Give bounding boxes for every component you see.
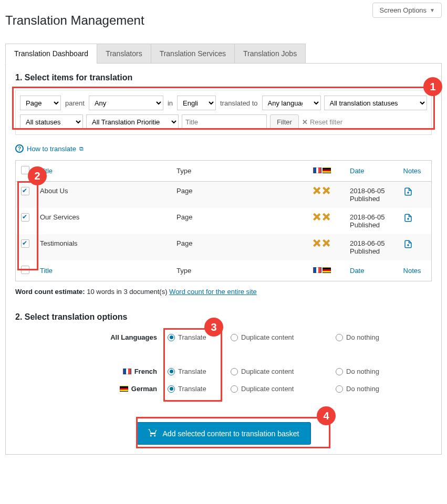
reset-filter-link[interactable]: ✕ Reset filter — [302, 118, 342, 126]
fr-nothing-radio[interactable] — [336, 368, 343, 375]
all-duplicate-radio[interactable] — [231, 334, 238, 341]
filter-box: Page parent Any in English translated to… — [15, 90, 432, 135]
filter-post-status-select[interactable]: All statuses — [20, 114, 83, 129]
note-icon[interactable] — [403, 213, 413, 223]
external-link-icon: ⧉ — [79, 145, 84, 152]
screen-options-button[interactable]: Screen Options ▼ — [372, 3, 442, 18]
tab-dashboard[interactable]: Translation Dashboard — [5, 44, 97, 64]
fr-duplicate-radio[interactable] — [231, 368, 238, 375]
cart-icon — [148, 428, 158, 439]
col-type-foot: Type — [171, 260, 308, 281]
row-title: Testimonials — [35, 234, 171, 260]
all-nothing-radio[interactable] — [336, 334, 343, 341]
caret-down-icon: ▼ — [430, 7, 435, 13]
row-date: 2018-06-05Published — [345, 234, 398, 260]
opt-label: Duplicate content — [241, 385, 294, 393]
items-table: Title Type Date Notes About UsPage2018-0… — [15, 160, 432, 281]
flag-fr-icon — [123, 369, 131, 374]
de-translate-radio[interactable] — [168, 385, 175, 393]
tab-jobs[interactable]: Translation Jobs — [234, 44, 306, 64]
help-icon: ? — [15, 144, 24, 153]
callout-1: 1 — [423, 77, 442, 96]
close-icon: ✕ — [302, 118, 308, 126]
flag-fr-icon — [313, 267, 321, 273]
opt-label: Do nothing — [346, 385, 379, 393]
flag-de-icon — [323, 167, 331, 173]
col-title-foot[interactable]: Title — [40, 267, 53, 275]
how-to-label: How to translate — [27, 145, 76, 153]
status-missing-icon — [323, 187, 330, 194]
translation-options: All Languages Translate Duplicate conten… — [15, 333, 432, 393]
flag-footer — [313, 267, 331, 273]
filter-title-input[interactable] — [182, 114, 267, 129]
opt-label: Translate — [178, 333, 206, 341]
de-nothing-radio[interactable] — [336, 385, 343, 393]
word-count-line: Word count estimate: 10 words in 3 docum… — [15, 288, 432, 296]
row-type: Page — [171, 182, 308, 208]
section-1-title: 1. Select items for translation — [15, 73, 432, 82]
row-checkbox[interactable] — [21, 187, 29, 195]
flag-de-icon — [120, 386, 128, 392]
french-label: French — [134, 368, 157, 375]
filter-to-lang-select[interactable]: Any language — [262, 96, 321, 110]
col-date-foot[interactable]: Date — [350, 267, 364, 275]
row-checkbox[interactable] — [21, 239, 29, 248]
opt-label: Translate — [178, 385, 206, 393]
filter-parent-select[interactable]: Any — [89, 96, 163, 110]
word-count-site-link[interactable]: Word count for the entire site — [169, 288, 257, 296]
row-date: 2018-06-05Published — [345, 182, 398, 208]
opt-label: Translate — [178, 368, 206, 375]
reset-filter-label: Reset filter — [310, 118, 342, 126]
status-missing-icon — [323, 239, 330, 247]
all-translate-radio[interactable] — [168, 334, 175, 341]
status-missing-icon — [313, 213, 320, 220]
callout-4: 4 — [317, 406, 336, 425]
opt-label: Duplicate content — [241, 333, 294, 341]
tab-services[interactable]: Translation Services — [151, 44, 235, 64]
table-row: About UsPage2018-06-05Published — [16, 182, 432, 208]
parent-label: parent — [64, 99, 86, 107]
row-title: Our Services — [35, 208, 171, 234]
german-label: German — [131, 385, 157, 393]
callout-2: 2 — [28, 166, 47, 185]
row-checkbox[interactable] — [21, 213, 29, 222]
note-icon[interactable] — [403, 239, 413, 249]
col-type: Type — [171, 161, 308, 182]
translated-to-label: translated to — [219, 99, 259, 107]
add-button-label: Add selected content to translation bask… — [163, 429, 299, 438]
how-to-translate-link[interactable]: ? How to translate ⧉ — [15, 144, 432, 153]
col-notes-foot: Notes — [398, 260, 432, 281]
all-languages-label: All Languages — [15, 333, 168, 341]
opt-label: Duplicate content — [241, 368, 294, 375]
word-count-text: 10 words in 3 document(s) — [87, 288, 167, 296]
add-to-basket-button[interactable]: Add selected content to translation bask… — [136, 422, 311, 445]
word-count-label: Word count estimate: — [15, 288, 85, 296]
dashboard-panel: 1. Select items for translation 1 Page p… — [5, 64, 442, 455]
select-all-bottom-checkbox[interactable] — [21, 266, 29, 274]
filter-from-lang-select[interactable]: English — [177, 96, 216, 110]
filter-translation-status-select[interactable]: All translation statuses — [324, 96, 427, 110]
opt-label: Do nothing — [346, 333, 379, 341]
status-missing-icon — [323, 213, 330, 220]
table-row: TestimonialsPage2018-06-05Published — [16, 234, 432, 260]
col-date[interactable]: Date — [350, 167, 364, 175]
filter-priority-select[interactable]: All Translation Priorities — [86, 114, 179, 129]
de-duplicate-radio[interactable] — [231, 385, 238, 393]
note-icon[interactable] — [403, 187, 413, 196]
tab-translators[interactable]: Translators — [97, 44, 151, 64]
in-label: in — [167, 99, 174, 107]
table-row: Our ServicesPage2018-06-05Published — [16, 208, 432, 234]
row-type: Page — [171, 208, 308, 234]
flag-header — [313, 167, 331, 173]
filter-type-select[interactable]: Page — [20, 96, 61, 110]
screen-options-label: Screen Options — [379, 6, 427, 14]
filter-button[interactable]: Filter — [270, 114, 299, 129]
flag-fr-icon — [313, 167, 321, 173]
row-type: Page — [171, 234, 308, 260]
tab-bar: Translation Dashboard Translators Transl… — [5, 44, 442, 64]
row-title: About Us — [35, 182, 171, 208]
callout-3: 3 — [204, 318, 223, 337]
opt-label: Do nothing — [346, 368, 379, 375]
flag-de-icon — [323, 267, 331, 273]
fr-translate-radio[interactable] — [168, 368, 175, 375]
